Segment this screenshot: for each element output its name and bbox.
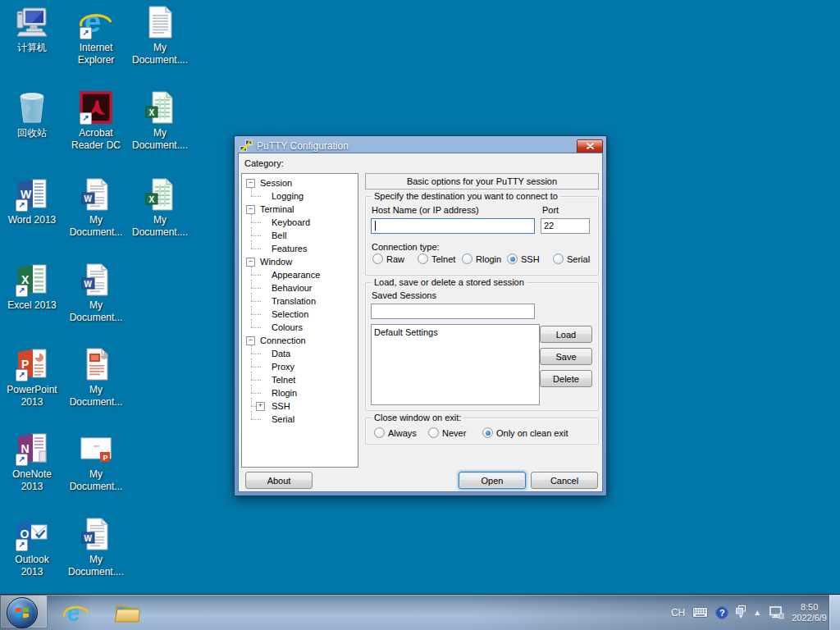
open-button[interactable]: Open [459,472,526,489]
taskbar-file-explorer-button[interactable] [113,599,141,627]
tree-item-session[interactable]: −Session [242,176,358,189]
shortcut-arrow-icon: ↗ [80,112,92,125]
tree-item-label: Logging [272,191,304,201]
desktop-icon-computer[interactable]: 计算机 [0,5,64,54]
shortcut-arrow-icon: ↗ [16,285,28,297]
connection-type-raw-radio[interactable]: Raw [372,253,404,264]
desktop-icon-onenote-2013[interactable]: N↗OneNote2013 [0,431,64,493]
network-tray-icon[interactable] [769,606,784,619]
port-label: Port [542,205,559,215]
save-button[interactable]: Save [540,348,592,365]
radio-unselected-icon [372,253,383,264]
desktop-icon-internet-explorer[interactable]: e↗InternetExplorer [64,5,128,66]
tree-item-proxy[interactable]: Proxy [242,360,358,373]
tree-item-label: Proxy [272,362,294,372]
radio-selected-icon [507,253,518,264]
desktop-icon-label: 计算机 [0,42,64,54]
radio-label: Serial [567,254,590,264]
tree-item-logging[interactable]: Logging [242,189,358,203]
saved-session-item[interactable]: Default Settings [374,326,536,338]
host-name-input[interactable] [371,218,535,234]
port-input[interactable]: 22 [541,218,590,234]
collapse-icon[interactable]: − [246,258,255,267]
close-window-only-on-clean-exit-radio[interactable]: Only on clean exit [482,427,568,438]
keyboard-icon[interactable] [692,607,708,618]
tree-item-label: Behaviour [272,283,313,293]
saved-sessions-input[interactable] [371,304,535,319]
tree-item-translation[interactable]: Translation [242,294,358,308]
chevron-down-icon[interactable]: ▼ [737,614,744,619]
category-tree[interactable]: −SessionLogging−TerminalKeyboardBellFeat… [241,173,358,468]
collapse-icon[interactable]: − [246,179,255,188]
doc-word-icon: W [79,177,113,212]
collapse-icon[interactable]: − [246,336,255,345]
desktop-icon-my-document-ppt[interactable]: MyDocument... [64,347,128,409]
tree-item-telnet[interactable]: Telnet [242,373,358,386]
windows-logo-icon [14,605,30,621]
desktop-icon-my-document-text[interactable]: MyDocument.... [128,5,192,66]
collapse-icon[interactable]: − [246,205,255,214]
desktop-icon-label: PowerPoint2013 [0,384,64,409]
desktop-icon-label: MyDocument... [64,468,128,493]
desktop-icon-outlook-2013[interactable]: O↗Outlook2013 [0,517,64,578]
desktop-icon-my-document-word-2[interactable]: WMyDocument... [64,262,128,324]
tree-item-label: Selection [272,309,308,319]
load-button[interactable]: Load [540,326,592,343]
tree-item-terminal[interactable]: −Terminal [242,203,358,216]
tree-item-rlogin[interactable]: Rlogin [242,386,358,399]
doc-text-icon [143,5,177,39]
desktop-icon-label: MyDocument.... [64,554,128,578]
restore-window-tray-icon[interactable]: ▼ [736,605,746,619]
desktop-icon-my-document-word-3[interactable]: WMyDocument.... [64,517,128,578]
expand-icon[interactable]: + [256,402,265,411]
tree-item-window[interactable]: −Window [242,255,358,268]
desktop-icon-my-document-word-1[interactable]: WMyDocument... [64,177,128,239]
tree-item-serial[interactable]: Serial [242,413,358,426]
tree-item-connection[interactable]: −Connection [242,334,358,347]
radio-unselected-icon [418,253,428,264]
stored-session-group: Load, save or delete a stored session Sa… [365,282,599,411]
desktop-icon-acrobat-reader-dc[interactable]: ↗AcrobatReader DC [64,90,128,152]
tree-item-colours[interactable]: Colours [242,321,358,334]
connection-type-ssh-radio[interactable]: SSH [507,253,540,264]
connection-type-serial-radio[interactable]: Serial [553,253,590,264]
language-indicator[interactable]: CH [671,607,685,619]
title-bar[interactable]: PuTTY Configuration [235,136,606,154]
connection-type-rlogin-radio[interactable]: Rlogin [462,253,501,264]
close-window-group: Close window on exit: AlwaysNeverOnly on… [365,418,599,445]
tree-item-behaviour[interactable]: Behaviour [242,281,358,294]
desktop-icon-word-2013[interactable]: W↗Word 2013 [0,177,64,226]
tree-item-ssh[interactable]: +SSH [242,399,358,413]
start-button[interactable] [7,597,38,628]
close-window-never-radio[interactable]: Never [428,427,466,438]
tree-item-data[interactable]: Data [242,347,358,360]
desktop-icon-label: MyDocument.... [128,42,192,66]
close-button[interactable] [577,139,603,153]
tray-time: 8:50 [792,602,827,613]
desktop-icon-powerpoint-2013[interactable]: P↗PowerPoint2013 [0,347,64,409]
connection-type-telnet-radio[interactable]: Telnet [418,253,455,264]
close-window-always-radio[interactable]: Always [374,427,417,438]
taskbar-internet-explorer-button[interactable]: e [62,599,90,627]
tray-date: 2022/6/9 [792,613,827,623]
saved-sessions-list[interactable]: Default Settings [371,324,540,405]
desktop-icon-my-document-excel-2[interactable]: XMyDocument.... [128,177,192,239]
show-hidden-icons-button[interactable]: ▲ [753,608,761,617]
clock[interactable]: 8:50 2022/6/9 [792,602,827,623]
desktop-icon-my-document-slide[interactable]: PMyDocument... [64,431,128,493]
desktop-icon-recycle-bin[interactable]: 回收站 [0,90,64,139]
tree-item-selection[interactable]: Selection [242,308,358,321]
tree-item-features[interactable]: Features [242,242,358,255]
help-tray-icon[interactable]: ? [715,606,728,619]
tree-item-keyboard[interactable]: Keyboard [242,216,358,229]
shortcut-arrow-icon: ↗ [80,27,92,39]
acrobat-icon: ↗ [79,90,113,125]
desktop-icon-my-document-excel-1[interactable]: XMyDocument.... [128,90,192,152]
tree-item-appearance[interactable]: Appearance [242,268,358,281]
tree-item-bell[interactable]: Bell [242,229,358,242]
desktop-icon-excel-2013[interactable]: X↗Excel 2013 [0,262,64,312]
delete-button[interactable]: Delete [540,370,592,387]
show-desktop-button[interactable] [829,595,840,630]
cancel-button[interactable]: Cancel [531,472,598,489]
about-button[interactable]: About [245,472,313,489]
